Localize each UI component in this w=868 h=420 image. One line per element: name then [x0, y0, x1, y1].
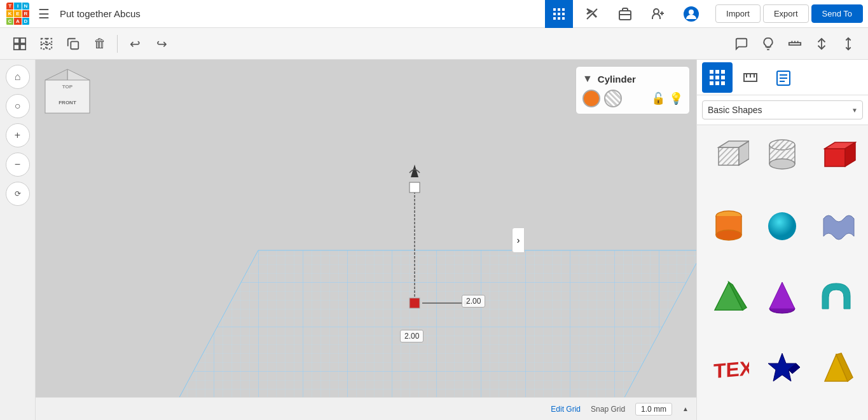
svg-rect-21 — [47, 38, 52, 43]
svg-point-67 — [769, 159, 795, 169]
shape-item-box-red[interactable] — [812, 133, 860, 199]
snap-grid-label: Snap Grid — [591, 405, 625, 414]
light-bulb-button[interactable] — [756, 32, 780, 56]
undo-button[interactable]: ↩ — [123, 32, 147, 56]
shape-item-sphere-teal[interactable] — [758, 204, 806, 270]
send-to-button[interactable]: Send To — [811, 4, 863, 23]
svg-rect-44 — [715, 70, 719, 74]
zoom-in-button[interactable]: + — [6, 123, 30, 147]
svg-rect-4 — [558, 13, 560, 15]
zoom-out-button[interactable]: − — [6, 152, 30, 177]
svg-rect-48 — [721, 76, 725, 79]
shape-item-cone-purple[interactable] — [758, 275, 806, 341]
shape-panel-icons: 🔓 💡 — [582, 90, 683, 107]
depth-dimension: 2.00 — [400, 330, 424, 342]
ruler-tab[interactable] — [735, 62, 766, 93]
shapes-category-selector[interactable]: Basic Shapes Text & Numbers Symbols — [697, 95, 868, 125]
ruler-button[interactable] — [783, 32, 807, 56]
shape-item-cylinder-orange[interactable] — [705, 204, 753, 270]
shape-item-star-blue[interactable] — [758, 346, 806, 412]
svg-marker-82 — [769, 282, 795, 309]
shapes-tab[interactable] — [702, 62, 733, 93]
svg-text:FRONT: FRONT — [59, 100, 76, 105]
main-area: ⌂ ○ + − ⟳ Workplane — [0, 60, 868, 420]
left-sidebar: ⌂ ○ + − ⟳ — [0, 60, 36, 420]
svg-point-78 — [768, 212, 796, 240]
shape-item-pyramid-green[interactable] — [705, 275, 753, 341]
svg-text:TOP: TOP — [62, 84, 73, 90]
svg-rect-22 — [41, 44, 46, 48]
lightbulb-icon[interactable]: 💡 — [669, 91, 683, 105]
svg-rect-45 — [721, 70, 725, 74]
export-button[interactable]: Export — [763, 4, 809, 23]
ungroup-button[interactable] — [34, 32, 59, 56]
toolbar: 🗑 ↩ ↪ — [0, 28, 868, 60]
svg-rect-7 — [558, 17, 560, 20]
avatar-button[interactable] — [677, 0, 705, 28]
color-solid-swatch[interactable] — [582, 90, 600, 107]
right-panel: Basic Shapes Text & Numbers Symbols — [696, 60, 868, 420]
grid-view-button[interactable] — [545, 0, 573, 28]
import-button[interactable]: Import — [715, 4, 761, 23]
menu-icon[interactable]: ☰ — [38, 6, 50, 22]
delete-button[interactable]: 🗑 — [88, 32, 112, 56]
briefcase-button[interactable] — [611, 0, 639, 28]
shape-item-box[interactable] — [705, 133, 753, 199]
color-pattern-swatch[interactable] — [604, 90, 622, 107]
header: T I N K E R C A D ☰ Put together Abcus I… — [0, 0, 868, 28]
redo-button[interactable]: ↪ — [149, 32, 174, 56]
shape-item-wavy[interactable] — [812, 204, 860, 270]
svg-rect-35 — [410, 182, 420, 193]
view-cube[interactable]: TOP FRONT — [42, 66, 99, 130]
svg-rect-25 — [789, 43, 801, 45]
svg-point-15 — [689, 10, 694, 15]
shape-item-text-3d[interactable]: TEXT — [705, 346, 753, 412]
shape-panel-dropdown-btn[interactable]: ▼ — [582, 73, 593, 85]
svg-rect-2 — [562, 8, 565, 11]
svg-rect-18 — [14, 44, 19, 49]
svg-rect-46 — [710, 76, 713, 79]
tinkercad-logo[interactable]: T I N K E R C A D — [5, 3, 31, 25]
panel-toggle-button[interactable]: › — [512, 227, 525, 253]
mirror-button[interactable] — [836, 32, 860, 56]
svg-rect-8 — [562, 17, 565, 20]
edit-grid-label[interactable]: Edit Grid — [551, 405, 581, 414]
shape-panel-header: ▼ Cylinder — [582, 73, 683, 85]
chat-button[interactable] — [729, 32, 754, 56]
orbit-button[interactable]: ⟳ — [6, 182, 30, 206]
shape-item-pyramid-yellow[interactable] — [812, 346, 860, 412]
width-dimension: 2.00 — [462, 295, 485, 308]
svg-marker-61 — [719, 147, 739, 165]
svg-rect-23 — [47, 44, 52, 48]
add-user-button[interactable] — [644, 0, 672, 28]
right-tools — [729, 32, 860, 56]
shapes-select[interactable]: Basic Shapes Text & Numbers Symbols — [702, 100, 863, 119]
bottom-bar: Edit Grid Snap Grid 1.0 mm ▲ — [36, 397, 696, 420]
svg-rect-47 — [715, 76, 719, 79]
svg-rect-34 — [410, 298, 420, 308]
pickaxe-button[interactable] — [578, 0, 606, 28]
header-title: Put together Abcus — [60, 8, 540, 19]
svg-point-75 — [716, 230, 741, 240]
shape-item-cylinder-gray[interactable] — [758, 133, 806, 199]
snap-value[interactable]: 1.0 mm — [635, 403, 672, 416]
svg-marker-31 — [163, 250, 696, 420]
shape-item-arch-teal[interactable] — [812, 275, 860, 341]
svg-rect-3 — [553, 13, 556, 15]
group-button[interactable] — [8, 32, 32, 56]
svg-rect-50 — [715, 81, 719, 85]
svg-rect-0 — [553, 8, 556, 11]
svg-rect-51 — [721, 81, 725, 85]
snap-dropdown-icon[interactable]: ▲ — [682, 405, 689, 412]
svg-rect-20 — [41, 38, 46, 43]
home-view-button[interactable]: ⌂ — [6, 65, 30, 89]
lock-icon[interactable]: 🔓 — [651, 91, 665, 105]
notes-tab[interactable] — [768, 62, 799, 93]
flip-button[interactable] — [809, 32, 834, 56]
duplicate-button[interactable] — [61, 32, 85, 56]
shape-panel-title: Cylinder — [598, 74, 636, 85]
fit-view-button[interactable]: ○ — [6, 94, 30, 118]
svg-point-11 — [654, 9, 659, 14]
canvas-area[interactable]: Workplane — [36, 60, 696, 420]
svg-rect-5 — [562, 13, 565, 15]
